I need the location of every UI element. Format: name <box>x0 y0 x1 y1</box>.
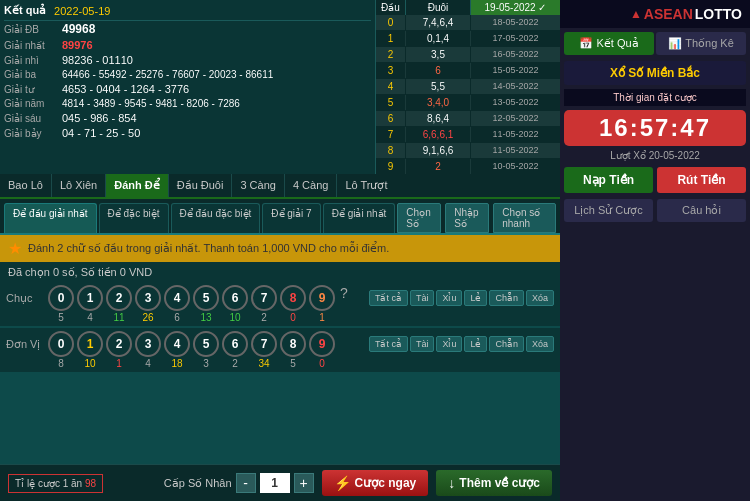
add-bet-button[interactable]: ↓ Thêm về cược <box>436 470 552 496</box>
xiu-btn-chuc[interactable]: Xỉu <box>436 290 462 306</box>
bet-now-button[interactable]: ⚡ Cược ngay <box>322 470 429 496</box>
tai-btn-chuc[interactable]: Tài <box>410 290 435 306</box>
num-circle-chuc-3[interactable]: 3 <box>135 285 161 311</box>
xoa-btn-dv[interactable]: Xóa <box>526 336 554 352</box>
le-btn-dv[interactable]: Lẻ <box>464 336 487 352</box>
num-circle-dv-0[interactable]: 0 <box>48 331 74 357</box>
draw-cell: 9,1,6,6 <box>406 143 471 158</box>
info-bar-text: Đánh 2 chữ số đầu trong giải nhất. Thanh… <box>28 242 389 255</box>
num-circle-dv-7[interactable]: 7 <box>251 331 277 357</box>
draw-cell: 0,1,4 <box>406 31 471 46</box>
draw-date-cell[interactable]: 18-05-2022 <box>471 15 560 30</box>
draw-cell: 6 <box>376 111 406 126</box>
count-chuc-0: 5 <box>48 312 74 323</box>
count-chuc-2: 11 <box>106 312 132 323</box>
tai-btn-dv[interactable]: Tài <box>410 336 435 352</box>
num-circle-chuc-4[interactable]: 4 <box>164 285 190 311</box>
num-circle-dv-4[interactable]: 4 <box>164 331 190 357</box>
chan-btn-dv[interactable]: Chẵn <box>489 336 524 352</box>
count-dv-1: 10 <box>77 358 103 369</box>
logo-triangle-icon: ▲ <box>630 7 642 21</box>
count-chuc-8: 0 <box>280 312 306 323</box>
countdown-time: 16:57:47 <box>572 114 738 142</box>
draw-cell: 5 <box>376 95 406 110</box>
draw-date-cell[interactable]: 11-05-2022 <box>471 127 560 142</box>
draw-date-cell[interactable]: 14-05-2022 <box>471 79 560 94</box>
star-icon: ★ <box>8 239 22 258</box>
cau-hoi-button[interactable]: Câu hỏi <box>657 199 746 222</box>
count-dv-3: 4 <box>135 358 161 369</box>
draw-col-date: 19-05-2022 ✓ <box>471 0 560 15</box>
num-circle-chuc-6[interactable]: 6 <box>222 285 248 311</box>
sub-tab-de-dau-dac-biet[interactable]: Để đầu đặc biệt <box>171 203 261 233</box>
count-chuc-4: 6 <box>164 312 190 323</box>
don-vi-label: Đơn Vị <box>6 338 44 351</box>
rut-tien-button[interactable]: Rút Tiền <box>657 167 746 193</box>
count-chuc-6: 10 <box>222 312 248 323</box>
nap-tien-button[interactable]: Nạp Tiền <box>564 167 653 193</box>
num-circle-dv-6[interactable]: 6 <box>222 331 248 357</box>
tab-lo-xien[interactable]: Lô Xiên <box>52 174 106 197</box>
tab-4-cang[interactable]: 4 Càng <box>285 174 337 197</box>
count-chuc-5: 13 <box>193 312 219 323</box>
prize-nam: Giải năm 4814 - 3489 - 9545 - 9481 - 820… <box>4 97 371 111</box>
draw-date-cell[interactable]: 13-05-2022 <box>471 95 560 110</box>
sub-tab-de-dau-giai-nhat[interactable]: Để đầu giải nhất <box>4 203 97 233</box>
lightning-icon: ⚡ <box>334 475 351 491</box>
draw-cell: 9 <box>376 159 406 174</box>
draw-date-cell[interactable]: 15-05-2022 <box>471 63 560 78</box>
num-circle-chuc-8[interactable]: 8 <box>280 285 306 311</box>
thong-ke-btn[interactable]: 📊 Thống Kê <box>656 32 746 55</box>
tab-bao-lo[interactable]: Bao Lô <box>0 174 52 197</box>
tab-lo-truot[interactable]: Lô Trượt <box>337 174 395 197</box>
chuc-label: Chục <box>6 292 44 305</box>
draw-date-cell[interactable]: 12-05-2022 <box>471 111 560 126</box>
num-circle-dv-2[interactable]: 2 <box>106 331 132 357</box>
draw-date-cell[interactable]: 11-05-2022 <box>471 143 560 158</box>
num-circle-chuc-7[interactable]: 7 <box>251 285 277 311</box>
sub-tab-de-giai-nhat[interactable]: Để giải nhất <box>323 203 396 233</box>
draw-date-cell[interactable]: 16-05-2022 <box>471 47 560 62</box>
xoa-btn-chuc[interactable]: Xóa <box>526 290 554 306</box>
nhap-so-btn[interactable]: Nhập Số <box>445 203 489 233</box>
chon-so-nhanh-btn[interactable]: Chọn số nhanh <box>493 203 556 233</box>
num-circle-chuc-1[interactable]: 1 <box>77 285 103 311</box>
num-circle-dv-8[interactable]: 8 <box>280 331 306 357</box>
draw-col-dau: Đầu <box>376 0 406 15</box>
sub-tab-de-giai-7[interactable]: Để giải 7 <box>262 203 320 233</box>
chon-so-btn[interactable]: Chọn Số <box>397 203 441 233</box>
lich-su-cuoc-button[interactable]: Lịch Sử Cược <box>564 199 653 222</box>
count-dv-9: 0 <box>309 358 335 369</box>
num-circle-chuc-5[interactable]: 5 <box>193 285 219 311</box>
num-circle-dv-9[interactable]: 9 <box>309 331 335 357</box>
num-circle-chuc-2[interactable]: 2 <box>106 285 132 311</box>
le-btn-chuc[interactable]: Lẻ <box>464 290 487 306</box>
num-circle-dv-5[interactable]: 5 <box>193 331 219 357</box>
tab-dau-duoi[interactable]: Đầu Đuôi <box>169 174 233 197</box>
count-dv-8: 5 <box>280 358 306 369</box>
results-date: 2022-05-19 <box>54 5 110 17</box>
num-circle-chuc-9[interactable]: 9 <box>309 285 335 311</box>
num-circle-dv-3[interactable]: 3 <box>135 331 161 357</box>
xiu-btn-dv[interactable]: Xỉu <box>436 336 462 352</box>
logo-area: ▲ ASEANLOTTO <box>560 0 750 28</box>
help-icon[interactable]: ? <box>340 285 348 311</box>
selection-info: Đã chọn 0 số, Số tiền 0 VND <box>8 266 152 278</box>
cap-minus-btn[interactable]: - <box>236 473 256 493</box>
sub-tab-de-dac-biet[interactable]: Để đặc biệt <box>99 203 169 233</box>
ket-qua-btn[interactable]: 📅 Kết Quả <box>564 32 654 55</box>
tat-ca-btn-dv[interactable]: Tất cả <box>369 336 408 352</box>
count-dv-0: 8 <box>48 358 74 369</box>
tab-3-cang[interactable]: 3 Càng <box>232 174 284 197</box>
tat-ca-btn-chuc[interactable]: Tất cả <box>369 290 408 306</box>
cap-plus-btn[interactable]: + <box>294 473 314 493</box>
draw-cell: 3,4,0 <box>406 95 471 110</box>
draw-date-cell[interactable]: 17-05-2022 <box>471 31 560 46</box>
num-circle-chuc-0[interactable]: 0 <box>48 285 74 311</box>
chan-btn-chuc[interactable]: Chẵn <box>489 290 524 306</box>
cap-so-nhan-label: Cấp Số Nhân <box>164 477 232 490</box>
tab-danh-de[interactable]: Đánh Để <box>106 174 169 197</box>
odds-box: Tỉ lệ cược 1 ăn 98 <box>8 474 103 493</box>
draw-date-cell[interactable]: 10-05-2022 <box>471 159 560 174</box>
num-circle-dv-1[interactable]: 1 <box>77 331 103 357</box>
